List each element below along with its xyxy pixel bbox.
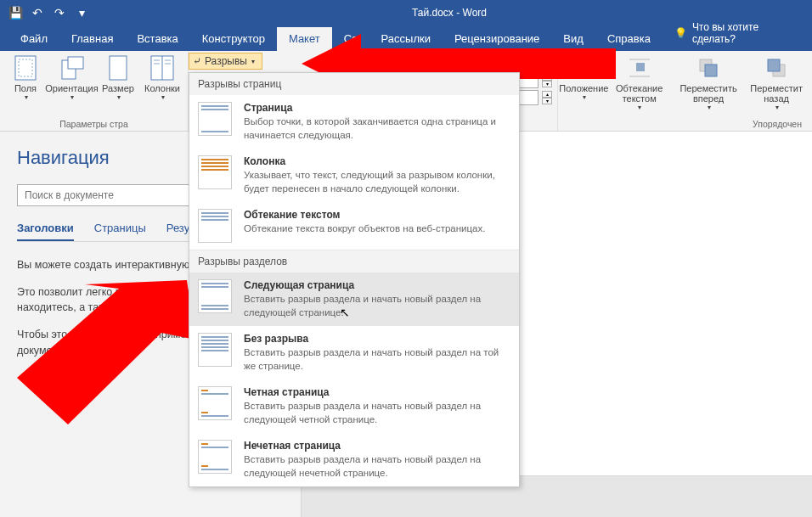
dd-item-even-page[interactable]: Четная страницаВставить разрыв раздела и… xyxy=(189,379,519,433)
nav-tab-headings[interactable]: Заголовки xyxy=(17,222,74,241)
even-page-break-icon xyxy=(198,386,232,420)
odd-page-break-icon xyxy=(198,440,232,474)
continuous-break-icon xyxy=(198,333,232,367)
orientation-label: Ориентация xyxy=(45,83,98,93)
breaks-label: Разрывы xyxy=(205,55,247,67)
save-button[interactable]: 💾 xyxy=(5,3,25,22)
dd-item-next-page[interactable]: Следующая страницаВставить разрыв раздел… xyxy=(189,273,519,326)
position-label: Положение xyxy=(559,83,608,93)
svg-rect-19 xyxy=(768,59,780,71)
next-page-break-icon xyxy=(198,279,232,313)
text-wrap-break-icon xyxy=(198,209,232,243)
tab-home[interactable]: Главная xyxy=(59,27,125,51)
dd-title: Без разрыва xyxy=(244,333,510,345)
qat-customize-icon[interactable]: ▾ xyxy=(71,3,92,22)
columns-button[interactable]: Колонки▾ xyxy=(142,53,183,103)
page-break-icon xyxy=(198,102,232,136)
tell-me-search[interactable]: 💡 Что вы хотите сделать? xyxy=(663,16,812,51)
arrange-group-label: Упорядочен xyxy=(563,117,807,131)
mouse-cursor-icon: ↖ xyxy=(340,306,350,319)
tab-design[interactable]: Конструктор xyxy=(190,27,277,51)
group-arrange: Положение▾ Обтекание текстом▾ Переместит… xyxy=(558,51,812,131)
nav-tab-pages[interactable]: Страницы xyxy=(94,222,146,241)
tab-help[interactable]: Справка xyxy=(595,27,663,51)
redo-button[interactable]: ↷ xyxy=(49,3,70,22)
tab-review[interactable]: Рецензирование xyxy=(443,27,551,51)
tab-layout[interactable]: Макет xyxy=(277,27,332,51)
dd-desc: Вставить разрыв раздела и начать новый р… xyxy=(244,453,510,480)
size-icon xyxy=(104,54,132,81)
breaks-icon: ⤶ xyxy=(193,55,201,67)
dd-header-page-breaks: Разрывы страниц xyxy=(189,73,519,95)
dd-title: Следующая страница xyxy=(244,279,510,291)
send-backward-button[interactable]: Переместит назад▾ xyxy=(746,53,807,113)
margins-label: Поля xyxy=(14,83,37,93)
bring-forward-icon xyxy=(695,54,722,81)
lightbulb-icon: 💡 xyxy=(674,27,687,39)
dd-title: Четная страница xyxy=(244,386,510,398)
columns-label: Колонки xyxy=(144,83,180,93)
dd-desc: Обтекание текста вокруг объектов на веб-… xyxy=(244,222,510,236)
svg-rect-3 xyxy=(68,57,83,69)
tab-file[interactable]: Файл xyxy=(8,27,59,51)
page-setup-group-label: Параметры стра xyxy=(5,117,183,131)
svg-rect-4 xyxy=(110,56,127,80)
group-page-setup: Поля▾ Ориентация▾ Размер▾ Колонки▾ Парам… xyxy=(0,51,189,131)
orientation-button[interactable]: Ориентация▾ xyxy=(49,53,94,103)
wrap-text-label: Обтекание текстом xyxy=(611,83,668,104)
dd-desc: Выбор точки, в которой заканчивается одн… xyxy=(244,115,510,142)
tab-view[interactable]: Вид xyxy=(551,27,595,51)
svg-rect-13 xyxy=(636,63,645,71)
dd-title: Обтекание текстом xyxy=(244,209,510,221)
dd-desc: Вставить разрыв раздела и начать новый р… xyxy=(244,293,510,319)
dd-item-column[interactable]: КолонкаУказывает, что текст, следующий з… xyxy=(189,149,519,202)
margins-icon xyxy=(12,54,39,81)
spin-up-icon[interactable]: ▴ xyxy=(542,74,552,81)
dd-item-page[interactable]: СтраницаВыбор точки, в которой заканчива… xyxy=(189,95,519,149)
dd-item-odd-page[interactable]: Нечетная страницаВставить разрыв раздела… xyxy=(189,433,519,486)
tab-insert[interactable]: Вставка xyxy=(125,27,189,51)
wrap-text-button[interactable]: Обтекание текстом▾ xyxy=(607,53,671,113)
position-button[interactable]: Положение▾ xyxy=(563,53,604,113)
wrap-text-icon xyxy=(626,54,653,81)
spin-up-icon[interactable]: ▴ xyxy=(542,91,552,98)
dd-desc: Вставить разрыв раздела и начать новый р… xyxy=(244,400,510,426)
dd-header-section-breaks: Разрывы разделов xyxy=(189,250,519,273)
size-button[interactable]: Размер▾ xyxy=(98,53,138,103)
chevron-down-icon: ▾ xyxy=(251,58,255,65)
svg-rect-17 xyxy=(705,65,717,76)
tab-references[interactable]: Сс xyxy=(332,27,369,51)
columns-icon xyxy=(149,54,176,81)
bring-forward-button[interactable]: Переместить вперед▾ xyxy=(674,53,742,113)
ribbon-tabs: Файл Главная Вставка Конструктор Макет С… xyxy=(0,25,812,51)
quick-access-toolbar: 💾 ↶ ↷ ▾ xyxy=(5,3,92,22)
column-break-icon xyxy=(198,155,232,189)
dd-desc: Указывает, что текст, следующий за разры… xyxy=(244,169,510,195)
dd-item-text-wrapping[interactable]: Обтекание текстомОбтекание текста вокруг… xyxy=(189,202,519,250)
send-backward-icon xyxy=(763,54,790,81)
svg-rect-12 xyxy=(577,68,584,75)
position-icon xyxy=(570,54,597,81)
dd-title: Колонка xyxy=(244,155,510,167)
spin-down-icon[interactable]: ▾ xyxy=(542,98,552,104)
breaks-button[interactable]: ⤶ Разрывы ▾ xyxy=(189,53,262,70)
tab-mailings[interactable]: Рассылки xyxy=(369,27,443,51)
send-backward-label: Переместит назад xyxy=(749,83,804,104)
orientation-icon xyxy=(59,54,86,81)
dd-title: Нечетная страница xyxy=(244,440,510,452)
undo-button[interactable]: ↶ xyxy=(27,3,48,22)
dd-item-continuous[interactable]: Без разрываВставить разрыв раздела и нач… xyxy=(189,326,519,379)
breaks-dropdown: Разрывы страниц СтраницаВыбор точки, в к… xyxy=(189,72,520,487)
bring-forward-label: Переместить вперед xyxy=(678,83,739,104)
spin-down-icon[interactable]: ▾ xyxy=(542,81,552,87)
margins-button[interactable]: Поля▾ xyxy=(5,53,46,103)
dd-desc: Вставить разрыв раздела и начать новый р… xyxy=(244,346,510,373)
tell-me-label: Что вы хотите сделать? xyxy=(692,21,800,45)
size-label: Размер xyxy=(102,83,134,93)
dd-title: Страница xyxy=(244,102,510,114)
